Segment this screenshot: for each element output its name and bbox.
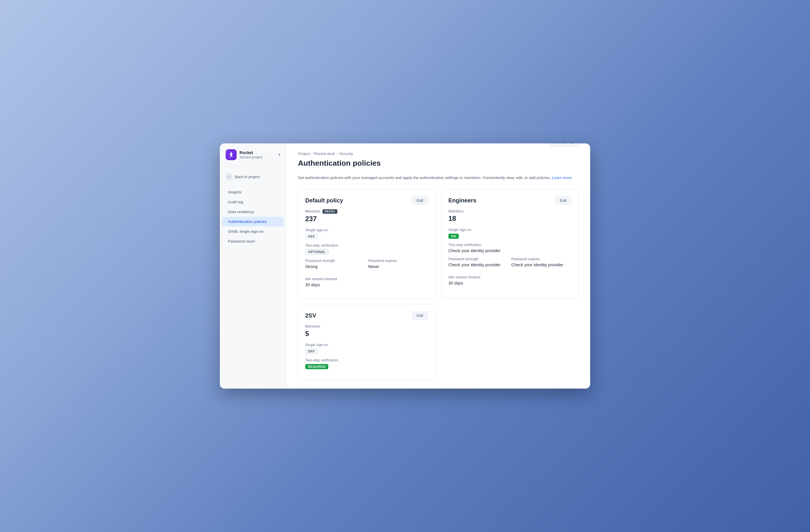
- members-count-engineers: 18: [449, 215, 571, 222]
- sso-badge-engineers: ON: [449, 234, 459, 239]
- pw-expires-value-engineers: Check your identity provider: [512, 263, 572, 267]
- twostep-section-default: Two-step verification OPTIONAL: [305, 244, 428, 255]
- sso-label-2sv: Single sign-on: [305, 343, 428, 347]
- idle-timeout-default: Idle session timeout 30 days: [305, 277, 428, 287]
- sso-section-engineers: Single sign-on ON: [449, 228, 571, 239]
- idle-timeout-label-engineers: Idle session timeout: [449, 275, 571, 279]
- edit-button-default[interactable]: Edit: [412, 196, 428, 205]
- chevron-down-icon: ▾: [279, 153, 280, 157]
- pw-expires-label-engineers: Password expires: [512, 257, 572, 261]
- card-title-engineers: Engineers: [449, 197, 476, 204]
- page-header: Project / Rocket desk / Security Authent…: [298, 151, 579, 172]
- members-label-2sv: Members: [305, 325, 428, 329]
- main-content: Project / Rocket desk / Security Authent…: [287, 144, 590, 388]
- sidebar-item-saml-sso[interactable]: SAML single sign-on: [222, 227, 284, 236]
- sidebar-item-auth-policies[interactable]: Authentication policies: [222, 217, 284, 227]
- pw-expires-default: Password expires Never: [368, 259, 428, 269]
- idle-timeout-label-default: Idle session timeout: [305, 277, 428, 281]
- pw-expires-value-default: Never: [368, 264, 428, 269]
- idle-timeout-value-engineers: 30 days: [449, 281, 571, 285]
- members-count-default: 237: [305, 215, 428, 223]
- learn-more-link[interactable]: Learn more: [552, 176, 572, 180]
- project-header[interactable]: Rocket Service project ▾: [220, 149, 286, 166]
- policy-card-default: Default policy Edit Members DEFAU 237 Si…: [298, 189, 435, 298]
- edit-button-2sv[interactable]: Edit: [412, 311, 428, 320]
- page-description: Set authentication policies with your ma…: [298, 174, 579, 181]
- policy-card-2sv: 2SV Edit Members 5 Single sign-on OFF Tw…: [298, 304, 435, 381]
- idle-timeout-value-default: 30 days: [305, 282, 428, 287]
- twostep-label-engineers: Two-step verification: [449, 243, 571, 247]
- password-fields-default: Password strength Strong Password expire…: [305, 259, 428, 273]
- card-header-2sv: 2SV Edit: [305, 311, 428, 320]
- card-title-default: Default policy: [305, 197, 343, 204]
- sidebar-item-data-residency[interactable]: Data residency: [222, 207, 284, 217]
- back-arrow-icon: ←: [226, 173, 232, 180]
- sso-badge-default: OFF: [305, 234, 318, 239]
- breadcrumb: Project / Rocket desk / Security: [298, 151, 381, 156]
- sso-section-default: Single sign-on OFF: [305, 228, 428, 239]
- page-title: Authentication policies: [298, 159, 381, 168]
- members-label-default: Members DEFAU: [305, 209, 428, 214]
- sso-label-default: Single sign-on: [305, 228, 428, 232]
- back-label: Back to project: [235, 174, 260, 179]
- twostep-section-2sv: Two-step verification REQUIRED: [305, 358, 428, 369]
- breadcrumb-sep-1: /: [311, 151, 312, 156]
- sso-label-engineers: Single sign-on: [449, 228, 571, 232]
- sidebar-item-audit-log[interactable]: Audit log: [222, 197, 284, 207]
- twostep-section-engineers: Two-step verification Check your identit…: [449, 243, 571, 253]
- sidebar-item-password-reset[interactable]: Password reset: [222, 236, 284, 246]
- twostep-badge-default: OPTIONAL: [305, 249, 329, 255]
- members-label-engineers: Members: [449, 209, 571, 213]
- project-sub: Service project: [240, 155, 262, 159]
- card-header-default: Default policy Edit: [305, 196, 428, 205]
- back-to-project-button[interactable]: ← Back to project: [220, 171, 286, 182]
- policies-grid: Default policy Edit Members DEFAU 237 Si…: [298, 189, 579, 381]
- pw-strength-value-engineers: Check your identity provider: [449, 263, 508, 267]
- breadcrumb-rocketdesk[interactable]: Rocket desk: [314, 151, 335, 156]
- password-fields-engineers: Password strength Check your identity pr…: [449, 257, 571, 271]
- policy-card-engineers: Engineers Edit Members 18 Single sign-on…: [441, 189, 579, 298]
- pw-strength-label-default: Password strength: [305, 259, 366, 263]
- pw-expires-engineers: Password expires Check your identity pro…: [512, 257, 572, 267]
- members-count-2sv: 5: [305, 330, 428, 338]
- breadcrumb-security: Security: [339, 151, 353, 156]
- twostep-badge-2sv: REQUIRED: [305, 364, 328, 369]
- sso-badge-2sv: OFF: [305, 348, 318, 354]
- twostep-value-engineers: Check your identity provider: [449, 248, 571, 253]
- card-title-2sv: 2SV: [305, 312, 316, 319]
- idle-timeout-engineers: Idle session timeout 30 days: [449, 275, 571, 285]
- breadcrumb-sep-2: /: [337, 151, 338, 156]
- svg-point-0: [230, 155, 232, 157]
- pw-expires-label-default: Password expires: [368, 259, 428, 263]
- add-policy-button[interactable]: Add policy: [550, 144, 579, 147]
- pw-strength-engineers: Password strength Check your identity pr…: [449, 257, 508, 267]
- sidebar: Rocket Service project ▾ ← Back to proje…: [220, 144, 287, 388]
- sso-section-2sv: Single sign-on OFF: [305, 343, 428, 354]
- page-desc-text: Set authentication policies with your ma…: [298, 176, 551, 180]
- project-name: Rocket: [240, 150, 262, 155]
- pw-strength-value-default: Strong: [305, 264, 366, 269]
- pw-strength-default: Password strength Strong: [305, 259, 366, 269]
- twostep-label-2sv: Two-step verification: [305, 358, 428, 362]
- sidebar-nav: Insights Audit log Data residency Authen…: [220, 187, 286, 246]
- pw-strength-label-engineers: Password strength: [449, 257, 508, 261]
- twostep-label-default: Two-step verification: [305, 244, 428, 248]
- project-logo: [226, 149, 237, 160]
- sidebar-item-insights[interactable]: Insights: [222, 187, 284, 197]
- default-badge: DEFAU: [323, 209, 337, 214]
- card-header-engineers: Engineers Edit: [449, 196, 571, 205]
- edit-button-engineers[interactable]: Edit: [555, 196, 571, 205]
- breadcrumb-project[interactable]: Project: [298, 151, 310, 156]
